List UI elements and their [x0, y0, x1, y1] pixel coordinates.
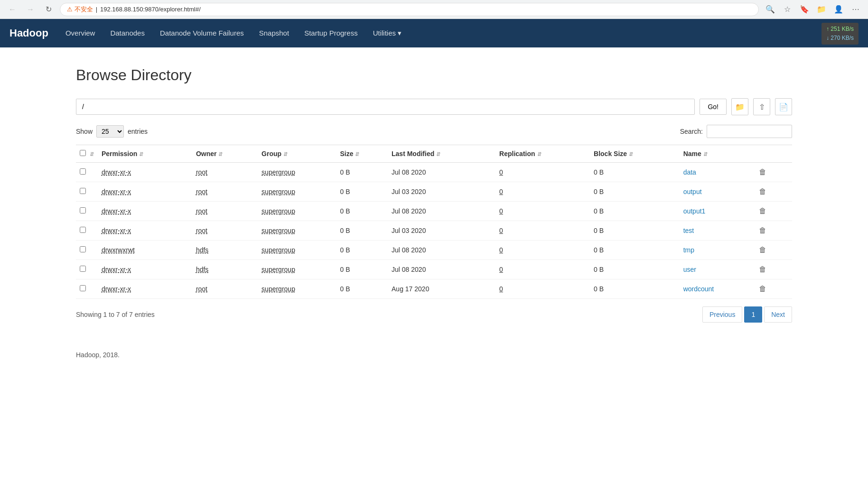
owner-link-2[interactable]: root: [196, 207, 207, 215]
table-row: drwxr-xr-x root supergroup 0 B Jul 08 20…: [76, 163, 792, 182]
delete-button-5[interactable]: 🗑: [756, 264, 769, 275]
row-checkbox-4[interactable]: [80, 246, 86, 252]
th-owner[interactable]: Owner⇵: [192, 145, 258, 163]
delete-button-2[interactable]: 🗑: [756, 206, 769, 216]
row-checkbox-3[interactable]: [80, 227, 86, 233]
nav-link-datanodes[interactable]: Datanodes: [103, 20, 152, 46]
sort-icon-block-size: ⇵: [629, 151, 633, 157]
page-1-button[interactable]: 1: [744, 306, 762, 323]
permission-link-6[interactable]: drwxr-xr-x: [102, 285, 131, 293]
permission-link-2[interactable]: drwxr-xr-x: [102, 207, 131, 215]
owner-link-0[interactable]: root: [196, 168, 207, 176]
name-link-3[interactable]: test: [683, 227, 694, 234]
row-checkbox-1[interactable]: [80, 188, 86, 194]
select-all-checkbox[interactable]: [80, 150, 86, 156]
row-checkbox-0[interactable]: [80, 168, 86, 175]
owner-link-4[interactable]: hdfs: [196, 246, 208, 254]
network-upload-speed: ↑ 251 KB/s: [826, 25, 854, 34]
th-name[interactable]: Name⇵: [680, 145, 752, 163]
go-button[interactable]: Go!: [700, 99, 727, 115]
replication-link-0[interactable]: 0: [499, 168, 503, 176]
delete-button-0[interactable]: 🗑: [756, 167, 769, 177]
entries-select[interactable]: 10 25 50 100: [96, 125, 124, 138]
th-permission[interactable]: Permission⇵: [98, 145, 192, 163]
nav-item-startup-progress: Startup Progress: [297, 20, 365, 46]
owner-link-3[interactable]: root: [196, 227, 207, 234]
th-group[interactable]: Group⇵: [258, 145, 336, 163]
name-link-5[interactable]: user: [683, 266, 696, 273]
collections-icon-btn[interactable]: 📁: [815, 3, 828, 16]
folder-icon-btn[interactable]: 📁: [731, 98, 748, 115]
navbar-brand[interactable]: Hadoop: [9, 27, 48, 39]
replication-link-4[interactable]: 0: [499, 246, 503, 254]
permission-link-3[interactable]: drwxr-xr-x: [102, 227, 131, 234]
group-link-0[interactable]: supergroup: [261, 168, 295, 176]
nav-link-snapshot[interactable]: Snapshot: [252, 20, 297, 46]
group-link-5[interactable]: supergroup: [261, 266, 295, 273]
permission-link-5[interactable]: drwxr-xr-x: [102, 266, 131, 273]
cell-delete-0: 🗑: [752, 163, 792, 182]
back-button[interactable]: ←: [6, 3, 19, 16]
permission-link-0[interactable]: drwxr-xr-x: [102, 168, 131, 176]
file-icon-btn[interactable]: 📄: [775, 98, 792, 115]
reload-button[interactable]: ↻: [42, 3, 55, 16]
group-link-4[interactable]: supergroup: [261, 246, 295, 254]
name-link-0[interactable]: data: [683, 168, 696, 176]
permission-link-4[interactable]: drwxrwxrwt: [102, 246, 135, 254]
permission-link-1[interactable]: drwxr-xr-x: [102, 188, 131, 195]
cell-permission-6: drwxr-xr-x: [98, 279, 192, 299]
cell-owner-1: root: [192, 182, 258, 202]
cell-permission-5: drwxr-xr-x: [98, 260, 192, 279]
profile-icon-btn[interactable]: 👤: [832, 3, 845, 16]
replication-link-6[interactable]: 0: [499, 285, 503, 293]
delete-button-3[interactable]: 🗑: [756, 225, 769, 236]
name-link-6[interactable]: wordcount: [683, 285, 714, 293]
menu-icon-btn[interactable]: ⋯: [849, 3, 862, 16]
network-badge: ↑ 251 KB/s ↓ 270 KB/s: [821, 23, 859, 45]
name-link-4[interactable]: tmp: [683, 246, 694, 254]
group-link-2[interactable]: supergroup: [261, 207, 295, 215]
owner-link-5[interactable]: hdfs: [196, 266, 208, 273]
replication-link-3[interactable]: 0: [499, 227, 503, 234]
group-link-1[interactable]: supergroup: [261, 188, 295, 195]
row-checkbox-2[interactable]: [80, 207, 86, 213]
delete-button-4[interactable]: 🗑: [756, 245, 769, 255]
delete-button-6[interactable]: 🗑: [756, 284, 769, 294]
th-replication[interactable]: Replication⇵: [495, 145, 590, 163]
nav-link-startup-progress[interactable]: Startup Progress: [297, 20, 365, 46]
bookmark-icon-btn[interactable]: 🔖: [798, 3, 811, 16]
replication-link-2[interactable]: 0: [499, 207, 503, 215]
upload-icon-btn[interactable]: ⇧: [753, 98, 770, 115]
th-size[interactable]: Size⇵: [336, 145, 388, 163]
row-checkbox-6[interactable]: [80, 285, 86, 291]
name-link-1[interactable]: output: [683, 188, 702, 195]
replication-link-5[interactable]: 0: [499, 266, 503, 273]
nav-link-utilities[interactable]: Utilities ▾: [365, 20, 410, 46]
th-last-modified[interactable]: Last Modified⇵: [388, 145, 495, 163]
row-checkbox-5[interactable]: [80, 266, 86, 272]
owner-link-1[interactable]: root: [196, 188, 207, 195]
table-controls: Show 10 25 50 100 entries Search:: [76, 125, 792, 138]
nav-link-overview[interactable]: Overview: [58, 20, 103, 46]
next-button[interactable]: Next: [764, 306, 792, 323]
group-link-3[interactable]: supergroup: [261, 227, 295, 234]
th-block-size[interactable]: Block Size⇵: [590, 145, 680, 163]
forward-button[interactable]: →: [24, 3, 37, 16]
path-input[interactable]: [76, 99, 695, 115]
owner-link-6[interactable]: root: [196, 285, 207, 293]
search-input[interactable]: [707, 125, 792, 138]
cell-size-3: 0 B: [336, 221, 388, 241]
search-icon-btn[interactable]: 🔍: [764, 3, 777, 16]
th-select-all: ⇵: [76, 145, 98, 163]
replication-link-1[interactable]: 0: [499, 188, 503, 195]
cell-group-6: supergroup: [258, 279, 336, 299]
favorites-icon-btn[interactable]: ☆: [781, 3, 794, 16]
group-link-6[interactable]: supergroup: [261, 285, 295, 293]
name-link-2[interactable]: output1: [683, 207, 706, 215]
nav-link-datanode-volume-failures[interactable]: Datanode Volume Failures: [152, 20, 252, 46]
delete-button-1[interactable]: 🗑: [756, 186, 769, 197]
network-download-speed: ↓ 270 KB/s: [826, 34, 854, 43]
cell-size-0: 0 B: [336, 163, 388, 182]
sort-icon-permission: ⇵: [139, 151, 143, 157]
previous-button[interactable]: Previous: [702, 306, 742, 323]
